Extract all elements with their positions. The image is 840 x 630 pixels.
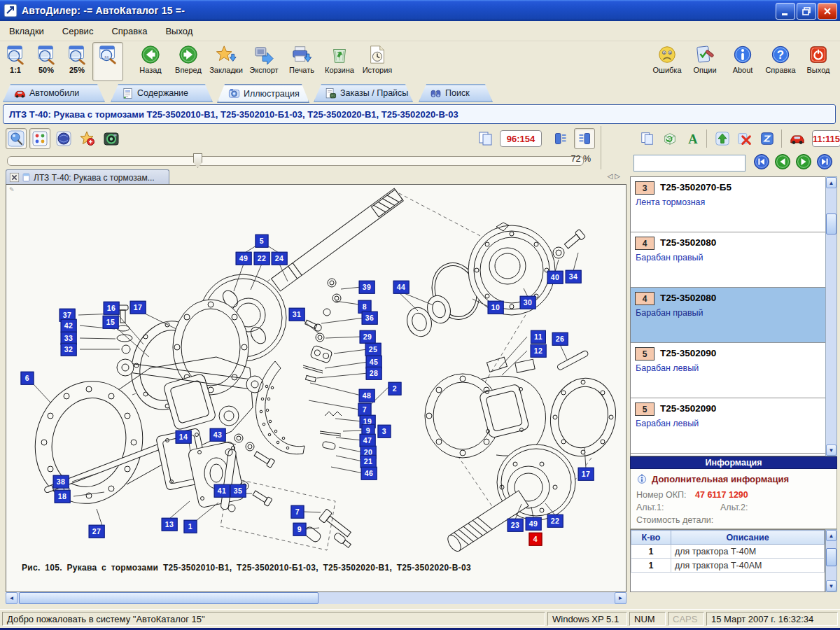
part-label-32[interactable]: 32 — [61, 343, 77, 356]
part-label-22[interactable]: 22 — [254, 252, 270, 265]
nav-last-button[interactable] — [816, 153, 833, 170]
part-label-7[interactable]: 7 — [291, 505, 304, 519]
list-blue-button[interactable] — [550, 128, 571, 149]
parts-list-item[interactable]: 3Т25-3502070-Б5Лента тормозная — [631, 177, 825, 232]
scroll-down-icon[interactable]: ▼ — [826, 580, 836, 592]
part-label-46[interactable]: 46 — [361, 467, 377, 480]
back-button[interactable]: Назад — [132, 42, 169, 81]
cost-table-row[interactable]: 1для трактора Т-40М — [631, 545, 825, 559]
part-label-25[interactable]: 25 — [365, 343, 382, 356]
menu-item-4[interactable]: Выход — [156, 23, 202, 39]
part-label-30[interactable]: 30 — [520, 296, 536, 309]
part-label-1[interactable]: 1 — [184, 520, 197, 533]
part-label-22[interactable]: 22 — [547, 514, 564, 528]
camera-tool-button[interactable] — [101, 128, 122, 149]
part-label-5[interactable]: 5 — [255, 234, 269, 248]
cost-table-row[interactable]: 1для трактора Т-40АМ — [631, 559, 825, 573]
document-subtab[interactable]: ЛТЗ Т-40: Рукава с тормозам... — [6, 169, 169, 185]
sphere-tool-button[interactable] — [53, 128, 74, 149]
about-button[interactable]: About — [724, 42, 762, 81]
part-label-9[interactable]: 9 — [293, 523, 307, 536]
tab-search[interactable]: Поиск — [419, 84, 493, 102]
parts-search-input[interactable] — [634, 155, 746, 172]
preview-tool-button[interactable] — [6, 128, 27, 149]
part-label-44[interactable]: 44 — [393, 281, 410, 294]
part-label-43[interactable]: 43 — [210, 428, 226, 442]
tab-scroll-arrows[interactable]: ◁▷ — [608, 172, 622, 180]
zoom-slider-track[interactable] — [7, 156, 584, 166]
part-label-26[interactable]: 26 — [552, 332, 568, 346]
zoom-button-1:1[interactable]: 1:1 — [0, 42, 31, 81]
part-label-18[interactable]: 18 — [55, 490, 71, 503]
part-label-10[interactable]: 10 — [488, 301, 504, 314]
star-red-tool-button[interactable] — [77, 128, 98, 149]
part-label-12[interactable]: 12 — [531, 344, 547, 358]
part-label-17[interactable]: 17 — [130, 301, 146, 314]
zoom-button-50%[interactable]: 50% — [31, 42, 62, 81]
cost-table-scrollbar[interactable]: ▲ ▼ — [825, 529, 837, 592]
error-button[interactable]: Ошибка — [648, 42, 686, 81]
part-label-3[interactable]: 3 — [378, 425, 391, 438]
export-button[interactable]: Экспорт — [245, 42, 283, 81]
part-label-31[interactable]: 31 — [289, 308, 305, 321]
help-button[interactable]: ?Справка — [762, 42, 799, 81]
scrollbar-thumb[interactable] — [826, 214, 836, 234]
part-label-38[interactable]: 38 — [53, 475, 69, 489]
car-red-button[interactable] — [787, 128, 808, 149]
scrollbar-thumb[interactable] — [19, 592, 318, 604]
part-label-24[interactable]: 24 — [272, 252, 288, 265]
parts-list-item[interactable]: 5Т25-3502090Барабан левый — [631, 398, 825, 454]
part-label-47[interactable]: 47 — [360, 434, 376, 447]
part-label-6[interactable]: 6 — [21, 372, 34, 385]
minimize-button[interactable] — [776, 3, 795, 20]
part-label-42[interactable]: 42 — [61, 319, 77, 332]
font-a-button[interactable]: A — [682, 128, 703, 149]
part-label-35[interactable]: 35 — [230, 484, 246, 498]
delete-x-button[interactable] — [734, 128, 755, 149]
menu-item-3[interactable]: Справка — [102, 23, 156, 39]
part-label-17[interactable]: 17 — [578, 468, 594, 481]
list-blue2-button[interactable] — [574, 128, 595, 149]
nav-first-button[interactable] — [753, 153, 770, 170]
parts-list-item[interactable]: 5Т25-3502090Барабан левый — [631, 343, 825, 398]
tab-illustration[interactable]: Иллюстрация — [217, 84, 309, 103]
part-label-36[interactable]: 36 — [362, 312, 378, 325]
part-label-39[interactable]: 39 — [359, 281, 375, 294]
part-label-41[interactable]: 41 — [214, 484, 230, 498]
part-label-4[interactable]: 4 — [529, 533, 542, 546]
zoom-button-25%[interactable]: 25% — [62, 42, 92, 81]
part-label-49[interactable]: 49 — [236, 252, 252, 265]
nav-next-button[interactable] — [795, 153, 812, 170]
exit-button[interactable]: Выход — [799, 42, 837, 81]
forward-button[interactable]: Вперед — [169, 42, 207, 81]
part-label-48[interactable]: 48 — [359, 389, 375, 402]
part-label-11[interactable]: 11 — [531, 330, 546, 344]
nav-prev-button[interactable] — [774, 153, 791, 170]
edit-note-button[interactable] — [757, 128, 778, 149]
tab-contents[interactable]: Содержание — [111, 84, 213, 102]
close-tab-icon[interactable] — [9, 172, 20, 183]
copy-button[interactable] — [637, 128, 658, 149]
tab-orders[interactable]: Заказы / Прайсы — [314, 84, 413, 102]
copy-pages-icon[interactable] — [477, 130, 494, 147]
canvas-horizontal-scrollbar[interactable]: ◄ ► — [6, 592, 626, 604]
scrollbar-thumb[interactable] — [826, 548, 836, 566]
zoom-button-fit[interactable]: ↔ — [92, 42, 123, 81]
part-label-29[interactable]: 29 — [360, 330, 376, 344]
scroll-down-icon[interactable]: ▼ — [826, 444, 836, 456]
parts-list-item[interactable]: 4Т25-3502080Барабан правый — [631, 232, 825, 288]
part-label-40[interactable]: 40 — [547, 271, 564, 284]
part-label-28[interactable]: 28 — [366, 367, 382, 380]
arrow-up-button[interactable] — [712, 128, 733, 149]
options-button[interactable]: Опции — [686, 42, 724, 81]
bookmarks-button[interactable]: Закладки — [207, 42, 245, 81]
title-bar[interactable]: АвтоДилер: -= АвтоКаталог 15 =- — [0, 0, 840, 21]
print-button[interactable]: Печать — [283, 42, 321, 81]
part-label-13[interactable]: 13 — [162, 518, 178, 531]
history-button[interactable]: История — [358, 42, 396, 81]
menu-item-2[interactable]: Сервис — [53, 23, 103, 39]
part-label-21[interactable]: 21 — [360, 455, 377, 468]
part-label-49[interactable]: 49 — [526, 517, 542, 531]
part-label-14[interactable]: 14 — [176, 430, 192, 444]
scroll-up-icon[interactable]: ▲ — [826, 177, 836, 188]
